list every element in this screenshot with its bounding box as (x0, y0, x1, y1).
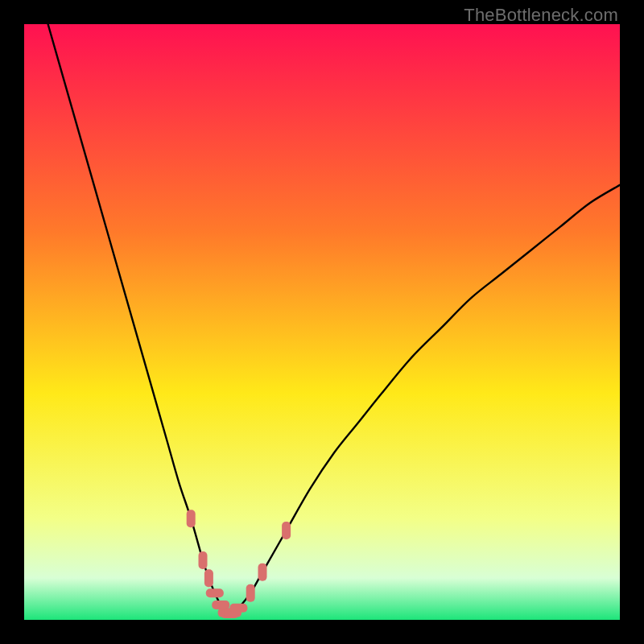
tick-bottom-5 (229, 604, 247, 613)
tick-left-1 (199, 551, 208, 569)
tick-bottom-1 (212, 601, 229, 609)
tick-right-0 (246, 584, 255, 602)
plot-area (24, 24, 620, 620)
tick-marker-layer (187, 510, 291, 618)
outer-frame: TheBottleneck.com (0, 0, 644, 644)
tick-right-2 (282, 522, 291, 539)
tick-left-0 (187, 510, 196, 527)
tick-left-2 (204, 569, 213, 587)
tick-right-1 (258, 564, 267, 581)
bottleneck-curve (48, 24, 620, 614)
curve-layer (24, 24, 620, 620)
tick-bottom-0 (206, 588, 224, 597)
watermark-text: TheBottleneck.com (464, 5, 618, 26)
